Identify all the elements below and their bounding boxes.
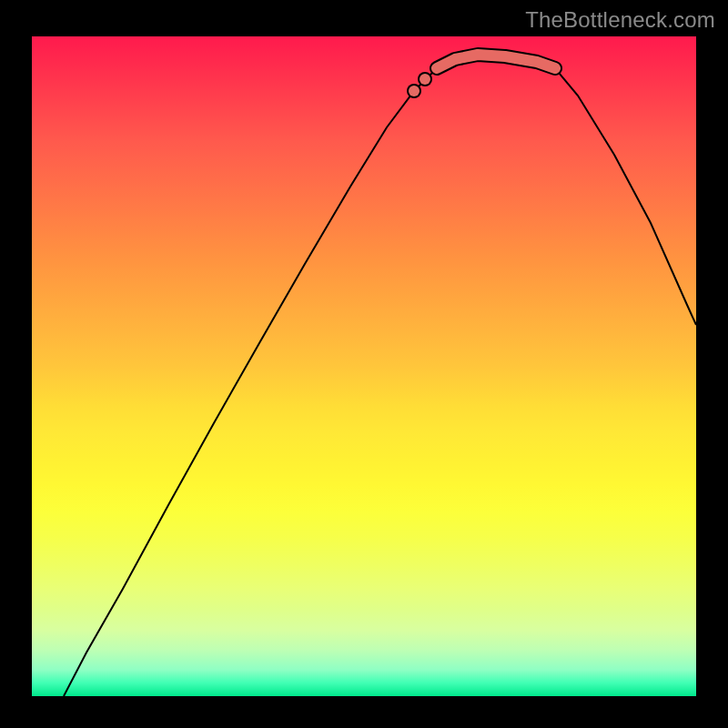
curve-left-segment xyxy=(64,55,469,696)
highlight-dot-1 xyxy=(409,86,420,96)
canvas: TheBottleneck.com xyxy=(0,0,728,728)
plot-area xyxy=(32,36,696,696)
plot-svg xyxy=(32,36,696,696)
curve-right-segment xyxy=(469,55,696,325)
highlight-dot-2 xyxy=(420,74,430,85)
watermark-text: TheBottleneck.com xyxy=(525,7,715,33)
